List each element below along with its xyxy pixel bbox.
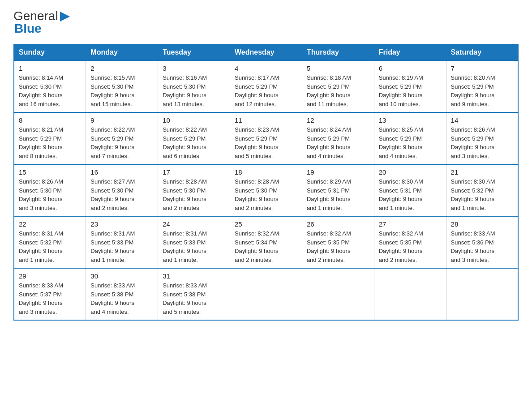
calendar-cell: 3Sunrise: 8:16 AMSunset: 5:30 PMDaylight… [158,60,230,112]
day-info: Sunrise: 8:18 AMSunset: 5:29 PMDaylight:… [307,73,369,108]
calendar-cell: 2Sunrise: 8:15 AMSunset: 5:30 PMDaylight… [86,60,158,112]
day-number: 25 [235,220,297,228]
day-info: Sunrise: 8:28 AMSunset: 5:30 PMDaylight:… [163,177,225,212]
day-number: 27 [379,220,442,228]
calendar-cell: 8Sunrise: 8:21 AMSunset: 5:29 PMDaylight… [14,112,86,164]
page-header: General Blue [13,9,519,36]
calendar-cell: 31Sunrise: 8:33 AMSunset: 5:38 PMDayligh… [158,268,230,320]
day-number: 26 [307,220,369,228]
calendar-cell: 9Sunrise: 8:22 AMSunset: 5:29 PMDaylight… [86,112,158,164]
week-row-4: 22Sunrise: 8:31 AMSunset: 5:32 PMDayligh… [14,216,518,268]
day-number: 29 [19,272,81,280]
day-number: 12 [307,116,369,124]
day-number: 3 [163,64,225,72]
day-info: Sunrise: 8:22 AMSunset: 5:29 PMDaylight:… [90,125,153,160]
day-info: Sunrise: 8:28 AMSunset: 5:30 PMDaylight:… [235,177,297,212]
calendar-cell: 30Sunrise: 8:33 AMSunset: 5:38 PMDayligh… [86,268,158,320]
day-number: 24 [163,220,225,228]
day-number: 21 [451,168,513,176]
calendar-cell: 25Sunrise: 8:32 AMSunset: 5:34 PMDayligh… [230,216,302,268]
day-number: 22 [19,220,81,228]
calendar-cell: 29Sunrise: 8:33 AMSunset: 5:37 PMDayligh… [14,268,86,320]
day-number: 6 [379,64,442,72]
day-number: 2 [90,64,153,72]
calendar-cell: 13Sunrise: 8:25 AMSunset: 5:29 PMDayligh… [374,112,446,164]
col-sunday: Sunday [14,44,86,60]
day-info: Sunrise: 8:33 AMSunset: 5:38 PMDaylight:… [163,281,225,316]
day-info: Sunrise: 8:29 AMSunset: 5:31 PMDaylight:… [307,177,369,212]
day-info: Sunrise: 8:30 AMSunset: 5:32 PMDaylight:… [451,177,513,212]
col-wednesday: Wednesday [230,44,302,60]
day-number: 20 [379,168,442,176]
day-info: Sunrise: 8:33 AMSunset: 5:36 PMDaylight:… [451,229,513,264]
day-number: 18 [235,168,297,176]
day-number: 8 [19,116,81,124]
day-info: Sunrise: 8:27 AMSunset: 5:30 PMDaylight:… [90,177,153,212]
day-number: 28 [451,220,513,228]
calendar-cell: 28Sunrise: 8:33 AMSunset: 5:36 PMDayligh… [446,216,518,268]
day-info: Sunrise: 8:23 AMSunset: 5:29 PMDaylight:… [235,125,297,160]
logo-triangle-icon [60,12,70,21]
day-number: 11 [235,116,297,124]
day-info: Sunrise: 8:17 AMSunset: 5:29 PMDaylight:… [235,73,297,108]
day-info: Sunrise: 8:19 AMSunset: 5:29 PMDaylight:… [379,73,442,108]
col-friday: Friday [374,44,446,60]
day-info: Sunrise: 8:21 AMSunset: 5:29 PMDaylight:… [19,125,81,160]
day-info: Sunrise: 8:31 AMSunset: 5:33 PMDaylight:… [90,229,153,264]
calendar-cell: 14Sunrise: 8:26 AMSunset: 5:29 PMDayligh… [446,112,518,164]
calendar-cell: 1Sunrise: 8:14 AMSunset: 5:30 PMDaylight… [14,60,86,112]
calendar-cell: 20Sunrise: 8:30 AMSunset: 5:31 PMDayligh… [374,164,446,216]
col-thursday: Thursday [302,44,374,60]
calendar-cell: 15Sunrise: 8:26 AMSunset: 5:30 PMDayligh… [14,164,86,216]
col-tuesday: Tuesday [158,44,230,60]
calendar-cell: 10Sunrise: 8:22 AMSunset: 5:29 PMDayligh… [158,112,230,164]
day-info: Sunrise: 8:31 AMSunset: 5:33 PMDaylight:… [163,229,225,264]
calendar-cell: 16Sunrise: 8:27 AMSunset: 5:30 PMDayligh… [86,164,158,216]
day-info: Sunrise: 8:26 AMSunset: 5:29 PMDaylight:… [451,125,513,160]
day-number: 13 [379,116,442,124]
day-number: 19 [307,168,369,176]
day-info: Sunrise: 8:25 AMSunset: 5:29 PMDaylight:… [379,125,442,160]
day-number: 4 [235,64,297,72]
calendar-cell: 26Sunrise: 8:32 AMSunset: 5:35 PMDayligh… [302,216,374,268]
calendar-cell: 5Sunrise: 8:18 AMSunset: 5:29 PMDaylight… [302,60,374,112]
day-number: 30 [90,272,153,280]
day-info: Sunrise: 8:15 AMSunset: 5:30 PMDaylight:… [90,73,153,108]
week-row-2: 8Sunrise: 8:21 AMSunset: 5:29 PMDaylight… [14,112,518,164]
day-info: Sunrise: 8:26 AMSunset: 5:30 PMDaylight:… [19,177,81,212]
day-info: Sunrise: 8:22 AMSunset: 5:29 PMDaylight:… [163,125,225,160]
header-row: Sunday Monday Tuesday Wednesday Thursday… [14,44,518,60]
calendar-table: Sunday Monday Tuesday Wednesday Thursday… [13,44,519,321]
calendar-cell [230,268,302,320]
calendar-cell: 24Sunrise: 8:31 AMSunset: 5:33 PMDayligh… [158,216,230,268]
day-number: 16 [90,168,153,176]
week-row-5: 29Sunrise: 8:33 AMSunset: 5:37 PMDayligh… [14,268,518,320]
day-info: Sunrise: 8:30 AMSunset: 5:31 PMDaylight:… [379,177,442,212]
day-number: 10 [163,116,225,124]
calendar-cell: 7Sunrise: 8:20 AMSunset: 5:29 PMDaylight… [446,60,518,112]
calendar-cell: 22Sunrise: 8:31 AMSunset: 5:32 PMDayligh… [14,216,86,268]
day-number: 15 [19,168,81,176]
calendar-cell: 6Sunrise: 8:19 AMSunset: 5:29 PMDaylight… [374,60,446,112]
logo: General Blue [13,9,70,36]
day-number: 23 [90,220,153,228]
day-info: Sunrise: 8:31 AMSunset: 5:32 PMDaylight:… [19,229,81,264]
day-info: Sunrise: 8:32 AMSunset: 5:34 PMDaylight:… [235,229,297,264]
svg-marker-0 [60,12,70,21]
day-number: 31 [163,272,225,280]
day-info: Sunrise: 8:14 AMSunset: 5:30 PMDaylight:… [19,73,81,108]
day-info: Sunrise: 8:16 AMSunset: 5:30 PMDaylight:… [163,73,225,108]
day-info: Sunrise: 8:32 AMSunset: 5:35 PMDaylight:… [379,229,442,264]
week-row-1: 1Sunrise: 8:14 AMSunset: 5:30 PMDaylight… [14,60,518,112]
calendar-cell: 19Sunrise: 8:29 AMSunset: 5:31 PMDayligh… [302,164,374,216]
calendar-cell: 4Sunrise: 8:17 AMSunset: 5:29 PMDaylight… [230,60,302,112]
day-number: 5 [307,64,369,72]
day-info: Sunrise: 8:33 AMSunset: 5:37 PMDaylight:… [19,281,81,316]
calendar-cell: 27Sunrise: 8:32 AMSunset: 5:35 PMDayligh… [374,216,446,268]
calendar-cell: 23Sunrise: 8:31 AMSunset: 5:33 PMDayligh… [86,216,158,268]
day-number: 14 [451,116,513,124]
day-number: 1 [19,64,81,72]
day-number: 9 [90,116,153,124]
day-number: 17 [163,168,225,176]
calendar-cell [446,268,518,320]
